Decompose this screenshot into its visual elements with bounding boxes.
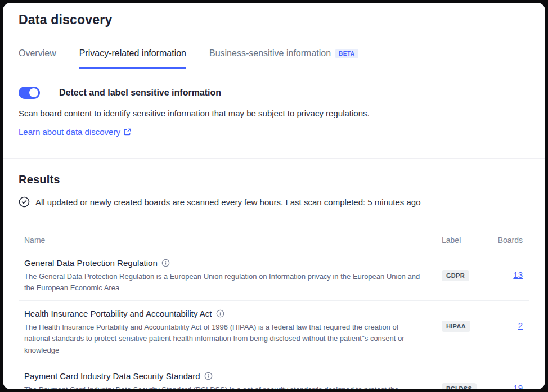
boards-cell: 13 — [493, 270, 529, 280]
regulation-name: General Data Protection Regulation — [24, 258, 158, 268]
toggle-label: Detect and label sensitive information — [59, 88, 221, 98]
column-header-label: Label — [425, 236, 493, 245]
check-circle-icon — [19, 196, 30, 208]
tab-bar: Overview Privacy-related information Bus… — [3, 38, 545, 69]
column-header-name: Name — [19, 236, 425, 245]
table-row-hipaa: Health Insurance Portability and Account… — [19, 301, 529, 363]
table-row-pci-dss: Payment Card Industry Data Security Stan… — [19, 363, 529, 389]
table-row-gdpr: General Data Protection Regulation The G… — [19, 250, 529, 301]
scan-status-text: All updated or newly created boards are … — [35, 197, 421, 207]
page-title: Data discovery — [19, 12, 529, 28]
beta-badge: BETA — [335, 49, 358, 58]
boards-cell: 19 — [493, 383, 529, 389]
regulation-name: Health Insurance Portability and Account… — [24, 309, 212, 318]
panel-header: Data discovery — [3, 3, 545, 38]
settings-section: Detect and label sensitive information S… — [3, 87, 545, 137]
boards-count-link[interactable]: 19 — [513, 383, 523, 389]
table-header-row: Name Label Boards — [19, 230, 529, 250]
results-table: Name Label Boards General Data Protectio… — [19, 230, 529, 389]
name-cell: Payment Card Industry Data Security Stan… — [19, 371, 425, 389]
label-badge: GDPR — [442, 270, 469, 281]
tab-label: Overview — [19, 48, 56, 58]
data-discovery-panel: Data discovery Overview Privacy-related … — [3, 3, 545, 389]
regulation-description: The Payment Card Industry Data Security … — [24, 384, 425, 389]
info-icon[interactable] — [161, 259, 170, 267]
detect-sensitive-toggle[interactable] — [19, 87, 40, 99]
toggle-knob — [29, 88, 38, 97]
tab-overview[interactable]: Overview — [19, 38, 56, 69]
tab-label: Business-sensitive information — [209, 48, 331, 58]
label-cell: GDPR — [425, 270, 493, 281]
column-header-boards: Boards — [493, 236, 529, 245]
regulation-name: Payment Card Industry Data Security Stan… — [24, 371, 200, 381]
name-cell: Health Insurance Portability and Account… — [19, 309, 425, 355]
tab-label: Privacy-related information — [79, 48, 186, 58]
settings-description: Scan board content to identify sensitive… — [19, 109, 529, 118]
results-heading: Results — [19, 173, 529, 186]
results-section: Results All updated or newly created boa… — [3, 173, 545, 389]
label-cell: HIPAA — [425, 321, 493, 332]
scan-status-row: All updated or newly created boards are … — [19, 196, 529, 208]
regulation-description: The Health Insurance Portability and Acc… — [24, 322, 425, 355]
toggle-row: Detect and label sensitive information — [19, 87, 529, 99]
boards-cell: 2 — [493, 321, 529, 331]
tab-business-sensitive-information[interactable]: Business-sensitive information BETA — [209, 38, 358, 69]
label-badge: PCI DSS — [442, 383, 477, 389]
boards-count-link[interactable]: 2 — [518, 321, 523, 330]
regulation-description: The General Data Protection Regulation i… — [24, 271, 425, 294]
info-icon[interactable] — [216, 309, 224, 318]
external-link-icon — [124, 128, 131, 136]
info-icon[interactable] — [204, 372, 213, 380]
name-cell: General Data Protection Regulation The G… — [19, 258, 425, 294]
boards-count-link[interactable]: 13 — [513, 270, 523, 280]
link-label: Learn about data discovery — [19, 127, 120, 137]
label-badge: HIPAA — [442, 321, 470, 332]
label-cell: PCI DSS — [425, 383, 493, 389]
tab-privacy-related-information[interactable]: Privacy-related information — [79, 38, 186, 69]
section-divider — [3, 158, 545, 159]
learn-about-data-discovery-link[interactable]: Learn about data discovery — [19, 127, 131, 137]
